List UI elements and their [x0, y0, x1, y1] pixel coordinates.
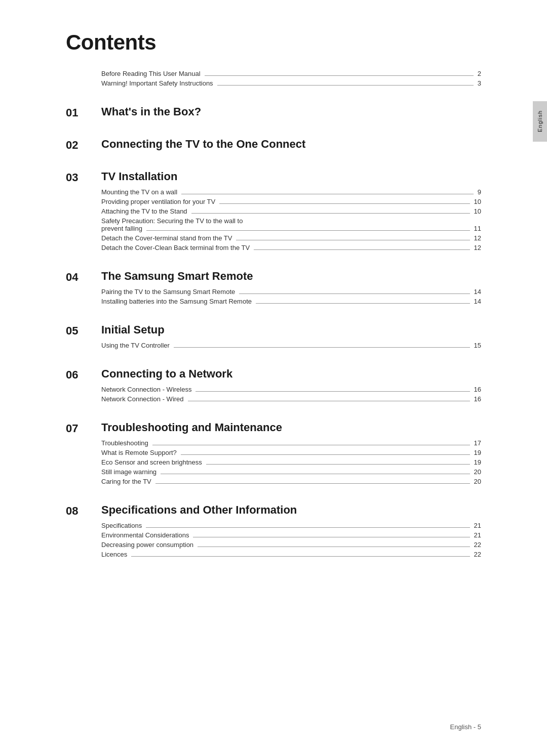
toc-entry-label: Mounting the TV on a wall	[101, 188, 177, 196]
section-title: Troubleshooting and Maintenance	[101, 421, 282, 434]
toc-page-num: 21	[474, 522, 481, 529]
section-entries: Troubleshooting 17 What is Remote Suppor…	[101, 439, 481, 485]
section-number: 04	[66, 270, 101, 284]
toc-dots	[146, 527, 470, 528]
toc-entry: Safety Precaution: Securing the TV to th…	[101, 217, 481, 232]
toc-page-num: 14	[474, 298, 481, 305]
toc-entry-label: Detach the Cover-Clean Back terminal fro…	[101, 244, 250, 251]
toc-entry: What is Remote Support? 19	[101, 449, 481, 456]
section-header: 06Connecting to a Network	[66, 367, 481, 382]
toc-entry: Installing batteries into the Samsung Sm…	[101, 298, 481, 305]
section-entries: Network Connection - Wireless 16 Network…	[101, 386, 481, 403]
toc-dots	[188, 401, 470, 401]
toc-entry-label: Before Reading This User Manual	[101, 70, 201, 77]
section-entries: Pairing the TV to the Samsung Smart Remo…	[101, 288, 481, 305]
section-05: 05Initial Setup Using the TV Controller …	[66, 323, 481, 349]
section-header: 07Troubleshooting and Maintenance	[66, 421, 481, 435]
toc-dots	[152, 445, 470, 445]
section-header: 05Initial Setup	[66, 323, 481, 338]
toc-entry-label: Environmental Considerations	[101, 531, 189, 539]
toc-entry-label: prevent falling	[101, 225, 142, 232]
toc-page-num: 22	[474, 541, 481, 549]
toc-dots	[174, 347, 470, 348]
section-03: 03TV Installation Mounting the TV on a w…	[66, 170, 481, 251]
toc-entry-label: Detach the Cover-terminal stand from the…	[101, 234, 232, 242]
toc-page-num: 22	[474, 551, 481, 558]
toc-dots	[196, 391, 470, 392]
section-header: 08Specifications and Other Information	[66, 503, 481, 518]
section-number: 02	[66, 138, 101, 152]
toc-dots	[193, 537, 470, 537]
toc-dots	[161, 474, 470, 474]
section-06: 06Connecting to a Network Network Connec…	[66, 367, 481, 403]
section-title: Initial Setup	[101, 323, 165, 337]
toc-page-num: 16	[474, 386, 481, 393]
toc-page-num: 12	[474, 244, 481, 251]
toc-entry-line2-row: prevent falling11	[101, 225, 481, 232]
toc-entry: Caring for the TV 20	[101, 478, 481, 485]
side-tab-label: English	[537, 110, 543, 132]
toc-entry: Decreasing power consumption 22	[101, 541, 481, 549]
toc-entry-label: Warning! Important Safety Instructions	[101, 79, 213, 87]
section-number: 01	[66, 105, 101, 119]
section-title: What's in the Box?	[101, 105, 201, 118]
section-number: 07	[66, 421, 101, 435]
toc-entry: Eco Sensor and screen brightness 19	[101, 458, 481, 466]
section-header: 02Connecting the TV to the One Connect	[66, 138, 481, 152]
toc-entry: Environmental Considerations 21	[101, 531, 481, 539]
section-entries: Mounting the TV on a wall 9 Providing pr…	[101, 188, 481, 251]
section-01: 01What's in the Box?	[66, 105, 481, 119]
toc-entry-label: Using the TV Controller	[101, 342, 170, 349]
side-tab: English	[533, 101, 547, 142]
toc-entry-label: Licences	[101, 551, 127, 558]
section-02: 02Connecting the TV to the One Connect	[66, 138, 481, 152]
toc-page-num: 14	[474, 288, 481, 296]
toc-dots	[181, 454, 470, 455]
toc-dots	[198, 547, 470, 547]
toc-entry: Network Connection - Wireless 16	[101, 386, 481, 393]
toc-entry-label: Network Connection - Wired	[101, 395, 184, 403]
toc-page-num: 20	[474, 478, 481, 485]
page-container: English Contents Before Reading This Use…	[0, 0, 547, 756]
toc-dots	[219, 203, 470, 204]
toc-page-num: 9	[478, 188, 481, 196]
section-title: The Samsung Smart Remote	[101, 270, 253, 283]
section-number: 06	[66, 367, 101, 382]
toc-entry-label: Network Connection - Wireless	[101, 386, 191, 393]
section-header: 03TV Installation	[66, 170, 481, 184]
toc-page-num: 3	[478, 79, 481, 87]
toc-entry: Attaching the TV to the Stand 10	[101, 207, 481, 215]
toc-entry: Warning! Important Safety Instructions 3	[101, 79, 481, 87]
toc-dots	[205, 75, 474, 76]
section-07: 07Troubleshooting and Maintenance Troubl…	[66, 421, 481, 485]
toc-entry-label: Decreasing power consumption	[101, 541, 193, 549]
toc-entry: Providing proper ventilation for your TV…	[101, 198, 481, 205]
toc-entry: Using the TV Controller 15	[101, 342, 481, 349]
section-title: Connecting to a Network	[101, 367, 232, 381]
toc-entry: Troubleshooting 17	[101, 439, 481, 447]
toc-dots	[236, 240, 470, 240]
sections-container: 01What's in the Box?02Connecting the TV …	[66, 105, 481, 558]
toc-entry-label: Specifications	[101, 522, 142, 529]
toc-entry: Still image warning 20	[101, 468, 481, 476]
toc-dots	[155, 483, 470, 484]
section-entries: Specifications 21 Environmental Consider…	[101, 522, 481, 558]
toc-page-num: 10	[474, 198, 481, 205]
section-title: TV Installation	[101, 170, 177, 183]
toc-dots	[254, 249, 470, 250]
section-04: 04The Samsung Smart Remote Pairing the T…	[66, 270, 481, 305]
section-number: 03	[66, 170, 101, 184]
toc-entry-label: Caring for the TV	[101, 478, 151, 485]
toc-entry: Licences 22	[101, 551, 481, 558]
toc-page-num: 20	[474, 468, 481, 476]
page-footer: English - 5	[450, 723, 481, 731]
toc-dots	[217, 85, 474, 86]
toc-dots	[256, 303, 470, 304]
intro-entries: Before Reading This User Manual 2 Warnin…	[101, 70, 481, 87]
toc-dots	[146, 230, 470, 231]
section-entries: Using the TV Controller 15	[101, 342, 481, 349]
toc-page-num: 2	[478, 70, 481, 77]
section-08: 08Specifications and Other Information S…	[66, 503, 481, 558]
toc-page-num: 21	[474, 531, 481, 539]
toc-entry: Mounting the TV on a wall 9	[101, 188, 481, 196]
